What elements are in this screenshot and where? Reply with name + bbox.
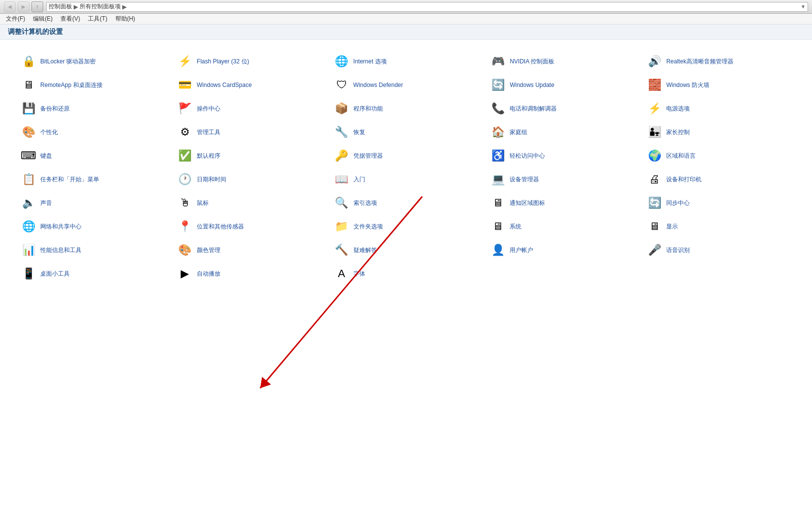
cp-item-region[interactable]: 🌍区域和语言 bbox=[641, 144, 797, 168]
homegroup-icon: 🏠 bbox=[490, 124, 506, 140]
speech-label: 语音识别 bbox=[666, 246, 690, 255]
cp-item-defender[interactable]: 🛡Windows Defender bbox=[328, 73, 485, 97]
address-dropdown-icon[interactable]: ▼ bbox=[801, 4, 806, 9]
speech-icon: 🎤 bbox=[647, 242, 662, 258]
cardspace-icon: 💳 bbox=[177, 77, 193, 93]
cp-item-devprinter[interactable]: 🖨设备和打印机 bbox=[641, 168, 797, 191]
cp-item-winupdate[interactable]: 🔄Windows Update bbox=[484, 73, 641, 97]
system-icon: 🖥 bbox=[490, 219, 506, 234]
cp-item-manage[interactable]: ⚙管理工具 bbox=[171, 120, 328, 144]
menu-view[interactable]: 查看(V) bbox=[56, 14, 84, 24]
realtek-label: Realtek高清晰音频管理器 bbox=[666, 57, 733, 66]
fonts-label: 字体 bbox=[353, 270, 365, 278]
cp-item-winfirewall[interactable]: 🧱Windows 防火墙 bbox=[641, 73, 797, 97]
cp-item-performance[interactable]: 📊性能信息和工具 bbox=[15, 238, 171, 262]
cp-item-power[interactable]: ⚡电源选项 bbox=[641, 97, 797, 120]
menu-file[interactable]: 文件(F) bbox=[2, 14, 29, 24]
cp-item-location[interactable]: 📍位置和其他传感器 bbox=[171, 215, 328, 238]
taskbar-icon: 📋 bbox=[21, 171, 36, 187]
cp-item-easyaccess[interactable]: ♿轻松访问中心 bbox=[484, 144, 641, 168]
recovery-icon: 🔧 bbox=[334, 124, 350, 140]
folder-icon: 📁 bbox=[334, 219, 350, 234]
manage-label: 管理工具 bbox=[197, 128, 220, 137]
cp-item-actioncenter[interactable]: 🚩操作中心 bbox=[171, 97, 328, 120]
cp-item-sync[interactable]: 🔄同步中心 bbox=[641, 191, 797, 215]
backup-icon: 💾 bbox=[21, 101, 36, 116]
cp-item-index[interactable]: 🔍索引选项 bbox=[328, 191, 485, 215]
menu-help[interactable]: 帮助(H) bbox=[111, 14, 139, 24]
useraccount-icon: 👤 bbox=[490, 242, 506, 258]
cp-item-devmgr[interactable]: 💻设备管理器 bbox=[484, 168, 641, 191]
easyaccess-label: 轻松访问中心 bbox=[510, 152, 545, 160]
cp-item-notify[interactable]: 🖥通知区域图标 bbox=[484, 191, 641, 215]
cp-item-internet[interactable]: 🌐Internet 选项 bbox=[328, 50, 485, 73]
cp-item-personalize[interactable]: 🎨个性化 bbox=[15, 120, 171, 144]
cp-item-sound[interactable]: 🔈声音 bbox=[15, 191, 171, 215]
breadcrumb-sep-1: ▶ bbox=[74, 3, 78, 10]
color-label: 颜色管理 bbox=[197, 246, 220, 255]
winfirewall-icon: 🧱 bbox=[647, 77, 662, 93]
cp-item-network[interactable]: 🌐网络和共享中心 bbox=[15, 215, 171, 238]
cp-item-nvidia[interactable]: 🎮NVIDIA 控制面板 bbox=[484, 50, 641, 73]
forward-button[interactable]: ▶ bbox=[18, 1, 29, 12]
cp-item-realtek[interactable]: 🔊Realtek高清晰音频管理器 bbox=[641, 50, 797, 73]
cp-item-keyboard[interactable]: ⌨键盘 bbox=[15, 144, 171, 168]
cp-item-backup[interactable]: 💾备份和还原 bbox=[15, 97, 171, 120]
cp-item-defaultprog[interactable]: ✅默认程序 bbox=[171, 144, 328, 168]
devmgr-label: 设备管理器 bbox=[510, 175, 539, 184]
location-icon: 📍 bbox=[177, 219, 193, 234]
display-label: 显示 bbox=[666, 223, 678, 231]
up-button[interactable]: ↑ bbox=[31, 1, 43, 12]
cp-item-homegroup[interactable]: 🏠家庭组 bbox=[484, 120, 641, 144]
notify-icon: 🖥 bbox=[490, 195, 506, 211]
cp-item-remoteapp[interactable]: 🖥RemoteApp 和桌面连接 bbox=[15, 73, 171, 97]
cp-item-programs[interactable]: 📦程序和功能 bbox=[328, 97, 485, 120]
cp-item-recovery[interactable]: 🔧恢复 bbox=[328, 120, 485, 144]
page-title: 调整计算机的设置 bbox=[8, 28, 63, 35]
cp-item-credential[interactable]: 🔑凭据管理器 bbox=[328, 144, 485, 168]
performance-icon: 📊 bbox=[21, 242, 36, 258]
cp-item-gadgets[interactable]: 📱桌面小工具 bbox=[15, 262, 171, 285]
cp-item-parental[interactable]: 👨‍👧家长控制 bbox=[641, 120, 797, 144]
getstarted-label: 入门 bbox=[353, 175, 365, 184]
cp-item-mouse[interactable]: 🖱鼠标 bbox=[171, 191, 328, 215]
cp-item-autoplay[interactable]: ▶自动播放 bbox=[171, 262, 328, 285]
datetime-icon: 🕐 bbox=[177, 171, 193, 187]
color-icon: 🎨 bbox=[177, 242, 193, 258]
power-icon: ⚡ bbox=[647, 101, 662, 116]
cp-item-bitlocker[interactable]: 🔒BitLocker 驱动器加密 bbox=[15, 50, 171, 73]
cp-item-useraccount[interactable]: 👤用户帐户 bbox=[484, 238, 641, 262]
remoteapp-icon: 🖥 bbox=[21, 77, 36, 93]
cp-item-taskbar[interactable]: 📋任务栏和「开始」菜单 bbox=[15, 168, 171, 191]
display-icon: 🖥 bbox=[647, 219, 662, 234]
menu-edit[interactable]: 编辑(E) bbox=[29, 14, 56, 24]
cp-item-datetime[interactable]: 🕐日期和时间 bbox=[171, 168, 328, 191]
svg-marker-1 bbox=[260, 377, 271, 388]
recovery-label: 恢复 bbox=[353, 128, 365, 137]
keyboard-label: 键盘 bbox=[40, 152, 52, 160]
network-label: 网络和共享中心 bbox=[40, 223, 81, 231]
folder-label: 文件夹选项 bbox=[353, 223, 383, 231]
address-bar[interactable]: 控制面板 ▶ 所有控制面板项 ▶ ▼ bbox=[46, 2, 808, 12]
cp-item-folder[interactable]: 📁文件夹选项 bbox=[328, 215, 485, 238]
back-button[interactable]: ◀ bbox=[4, 1, 16, 12]
cp-item-trouble[interactable]: 🔨疑难解答 bbox=[328, 238, 485, 262]
cp-item-phone[interactable]: 📞电话和调制解调器 bbox=[484, 97, 641, 120]
homegroup-label: 家庭组 bbox=[510, 128, 527, 137]
breadcrumb-sep-2: ▶ bbox=[122, 3, 127, 10]
cp-item-color[interactable]: 🎨颜色管理 bbox=[171, 238, 328, 262]
breadcrumb-controlpanel: 控制面板 bbox=[49, 2, 72, 11]
network-icon: 🌐 bbox=[21, 219, 36, 234]
cp-item-display[interactable]: 🖥显示 bbox=[641, 215, 797, 238]
cp-item-speech[interactable]: 🎤语音识别 bbox=[641, 238, 797, 262]
content-area: 🔒BitLocker 驱动器加密⚡Flash Player (32 位)🌐Int… bbox=[0, 40, 812, 295]
cp-item-cardspace[interactable]: 💳Windows CardSpace bbox=[171, 73, 328, 97]
cp-item-flash[interactable]: ⚡Flash Player (32 位) bbox=[171, 50, 328, 73]
control-panel-grid: 🔒BitLocker 驱动器加密⚡Flash Player (32 位)🌐Int… bbox=[15, 50, 797, 285]
menu-tools[interactable]: 工具(T) bbox=[84, 14, 111, 24]
cp-item-fonts[interactable]: A字体 bbox=[328, 262, 485, 285]
cp-item-system[interactable]: 🖥系统 bbox=[484, 215, 641, 238]
bitlocker-icon: 🔒 bbox=[21, 54, 36, 69]
nvidia-label: NVIDIA 控制面板 bbox=[510, 57, 554, 66]
cp-item-getstarted[interactable]: 📖入门 bbox=[328, 168, 485, 191]
